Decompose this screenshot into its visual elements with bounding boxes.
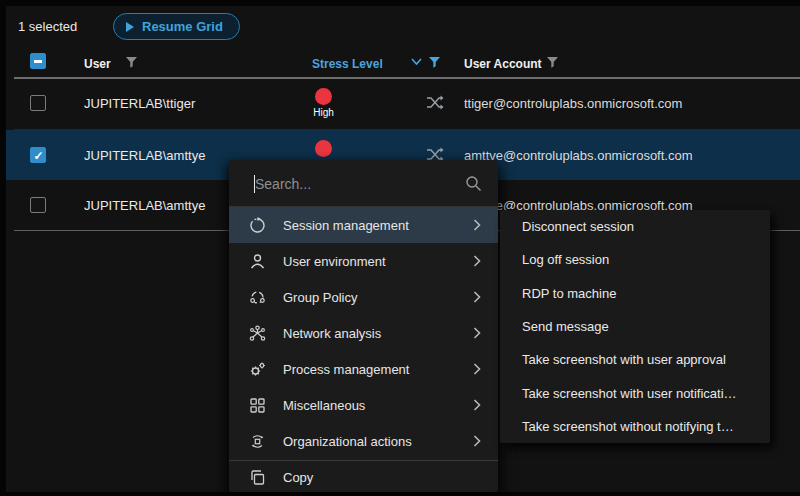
user-cell: JUPITERLAB\ttiger <box>84 96 195 111</box>
filter-icon[interactable] <box>125 56 138 69</box>
user-cell: JUPITERLAB\amttye <box>84 148 205 163</box>
menu-item-copy[interactable]: Copy <box>229 462 498 493</box>
menu-item-label: Network analysis <box>283 326 473 341</box>
row-checkbox[interactable] <box>30 95 46 111</box>
organizational-actions-icon <box>249 433 266 450</box>
menu-item-organizational-actions[interactable]: Organizational actions <box>229 423 498 459</box>
stress-level-indicator <box>315 88 332 105</box>
resume-grid-button-label: Resume Grid <box>142 19 223 34</box>
group-policy-icon <box>249 289 266 306</box>
submenu-item-disconnect-session[interactable]: Disconnect session <box>500 210 770 243</box>
menu-item-label: Process management <box>283 362 473 377</box>
menu-item-label: User environment <box>283 254 473 269</box>
menu-item-process-management[interactable]: Process management <box>229 351 498 387</box>
search-icon <box>465 175 482 192</box>
menu-item-label: Miscellaneous <box>283 398 473 413</box>
column-header-user[interactable]: User <box>84 57 111 71</box>
menu-item-user-environment[interactable]: User environment <box>229 243 498 279</box>
submenu-item-screenshot-approval[interactable]: Take screenshot with user approval <box>500 343 770 376</box>
shuffle-icon <box>426 95 444 110</box>
table-header: User Stress Level User Account <box>6 50 800 77</box>
chevron-right-icon <box>473 435 481 447</box>
filter-icon[interactable] <box>428 56 441 69</box>
process-management-icon <box>249 361 266 378</box>
account-cell: ttiger@controluplabs.onmicrosoft.com <box>464 96 682 111</box>
row-checkbox[interactable] <box>30 147 46 163</box>
resume-grid-button[interactable]: Resume Grid <box>113 13 240 40</box>
submenu-item-screenshot-notification[interactable]: Take screenshot with user notificati… <box>500 376 770 409</box>
menu-item-label: Group Policy <box>283 290 473 305</box>
context-menu-search <box>229 160 498 207</box>
submenu-item-send-message[interactable]: Send message <box>500 310 770 343</box>
chevron-right-icon <box>473 291 481 303</box>
account-cell: amttve@controluplabs.onmicrosoft.com <box>464 148 693 163</box>
submenu-item-log-off-session[interactable]: Log off session <box>500 243 770 276</box>
network-analysis-icon <box>249 325 266 342</box>
menu-item-miscellaneous[interactable]: Miscellaneous <box>229 387 498 423</box>
column-header-stress-level[interactable]: Stress Level <box>312 57 383 71</box>
session-management-submenu: Disconnect session Log off session RDP t… <box>500 210 770 443</box>
menu-item-session-management[interactable]: Session management <box>229 207 498 243</box>
search-input[interactable] <box>255 172 455 196</box>
selected-count-label: 1 selected <box>18 19 77 34</box>
app-panel: 1 selected Resume Grid User Stress Level… <box>6 6 800 492</box>
row-checkbox[interactable] <box>30 197 46 213</box>
menu-divider <box>229 460 498 461</box>
menu-item-label: Session management <box>283 218 473 233</box>
chevron-right-icon <box>473 363 481 375</box>
submenu-item-rdp-to-machine[interactable]: RDP to machine <box>500 277 770 310</box>
menu-item-label: Organizational actions <box>283 434 473 449</box>
chevron-right-icon <box>473 219 481 231</box>
sort-desc-icon[interactable] <box>411 58 422 66</box>
select-all-checkbox[interactable] <box>30 53 46 69</box>
chevron-right-icon <box>473 399 481 411</box>
filter-icon[interactable] <box>546 56 559 69</box>
stress-level-indicator <box>315 140 332 157</box>
miscellaneous-icon <box>249 397 266 414</box>
submenu-item-screenshot-no-notify[interactable]: Take screenshot without notifying t… <box>500 410 770 443</box>
chevron-right-icon <box>473 327 481 339</box>
chevron-right-icon <box>473 255 481 267</box>
user-environment-icon <box>249 253 266 270</box>
play-icon <box>126 22 134 32</box>
menu-item-label: Copy <box>283 470 481 485</box>
session-management-icon <box>249 217 266 234</box>
stress-level-label: High <box>305 107 342 118</box>
column-header-user-account[interactable]: User Account <box>464 57 542 71</box>
menu-item-network-analysis[interactable]: Network analysis <box>229 315 498 351</box>
table-row[interactable]: JUPITERLAB\ttiger High ttiger@controlupl… <box>6 78 800 130</box>
copy-icon <box>249 469 266 486</box>
context-menu: Session management User environment Grou… <box>229 160 498 492</box>
user-cell: JUPITERLAB\amttye <box>84 198 205 213</box>
menu-item-group-policy[interactable]: Group Policy <box>229 279 498 315</box>
